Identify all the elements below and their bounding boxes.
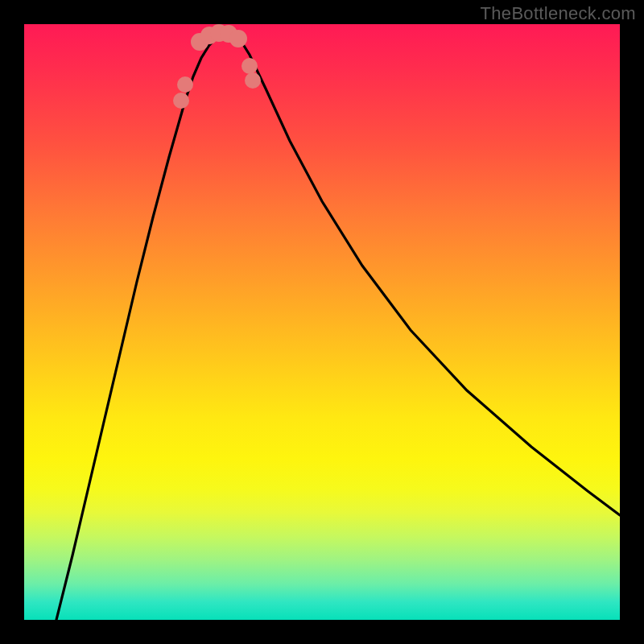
marker-left-lower [177, 76, 193, 93]
chart-plot-area [24, 24, 620, 620]
curve-markers [173, 24, 261, 109]
marker-bottom-5 [229, 30, 247, 47]
marker-right-lower [245, 72, 261, 89]
chart-svg [24, 24, 620, 620]
bottleneck-curve [56, 34, 620, 620]
marker-left-upper [173, 93, 189, 109]
marker-right-upper [242, 58, 258, 74]
watermark-text: TheBottleneck.com [481, 3, 636, 24]
